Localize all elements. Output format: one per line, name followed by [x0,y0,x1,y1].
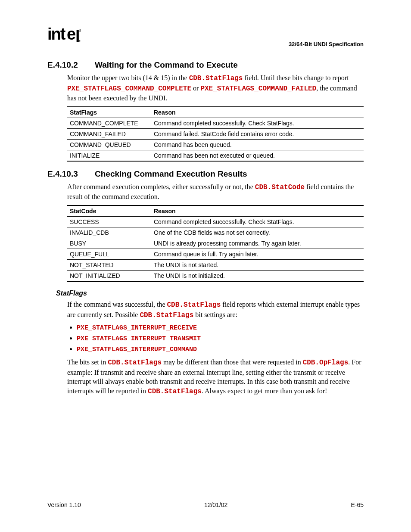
table-row: COMMAND_QUEUEDCommand has been queued. [67,139,364,150]
cell: The UNDI is not initialized. [151,270,364,281]
cell: QUEUE_FULL [67,249,151,259]
table-header: Reason [151,205,364,217]
table-header: StatFlags [67,107,151,118]
text: Monitor the upper two bits (14 & 15) in … [67,74,189,81]
table-header-row: StatCode Reason [67,205,364,217]
table-row: NOT_STARTEDThe UNDI is not started. [67,259,364,270]
text: After command execution completes, eithe… [67,183,255,190]
section-number: E.4.10.2 [47,60,95,70]
bullet-list: PXE_STATFLAGS_INTERRUPT_RECEIVE PXE_STAT… [67,324,364,353]
cell: INVALID_CDB [67,227,151,238]
page-footer: Version 1.10 12/01/02 E-65 [47,501,364,508]
cell: SUCCESS [67,216,151,227]
code-token: CDB.StatCode [255,184,305,191]
svg-text:e: e [67,26,75,43]
code-token: CDB.StatFlags [148,388,202,395]
table-row: SUCCESSCommand completed successfully. C… [67,216,364,227]
cell: NOT_INITIALIZED [67,270,151,281]
statcode-table: StatCode Reason SUCCESSCommand completed… [67,205,364,282]
table-row: INVALID_CDBOne of the CDB fields was not… [67,227,364,238]
cell: NOT_STARTED [67,259,151,270]
text: If the command was successful, the [67,301,167,308]
footer-version: Version 1.10 [47,501,81,508]
section-number: E.4.10.3 [47,169,95,179]
cell: Command completed successfully. Check St… [151,216,364,227]
cell: BUSY [67,238,151,249]
table-header: StatCode [67,205,151,217]
svg-text:®: ® [79,29,81,33]
footer-page: E-65 [351,501,364,508]
cell: One of the CDB fields was not set correc… [151,227,364,238]
table-row: NOT_INITIALIZEDThe UNDI is not initializ… [67,270,364,281]
cell: UNDI is already processing commands. Try… [151,238,364,249]
text: The bits set in [67,358,108,366]
cell: Command completed successfully. Check St… [151,118,364,128]
intel-logo: int e l ® [47,26,81,47]
paragraph: The bits set in CDB.StatFlags may be dif… [67,358,364,396]
cell: COMMAND_QUEUED [67,139,151,150]
svg-point-3 [79,40,81,42]
section-title: Waiting for the Command to Execute [95,60,238,69]
list-item: PXE_STATFLAGS_INTERRUPT_RECEIVE [77,324,364,332]
spec-title: 32/64-Bit UNDI Specification [289,41,364,47]
cell: INITIALIZE [67,150,151,161]
cell: COMMAND_COMPLETE [67,118,151,128]
text: field. Until these bits change to report [243,74,349,81]
list-item: PXE_STATFLAGS_INTERRUPT_COMMAND [77,345,364,353]
code-token: PXE_STATFLAGS_COMMAND_COMPLETE [67,85,191,93]
text: may be different than those that were re… [162,358,303,366]
table-header: Reason [151,107,364,118]
paragraph: Monitor the upper two bits (14 & 15) in … [67,73,364,103]
paragraph: After command execution completes, eithe… [67,182,364,202]
code-token: CDB.StatFlags [189,75,243,82]
list-item: PXE_STATFLAGS_INTERRUPT_TRANSMIT [77,334,364,342]
code-token: CDB.StatFlags [167,301,221,309]
svg-text:int: int [47,26,66,43]
text: or [191,84,200,92]
cell: Command queue is full. Try again later. [151,249,364,259]
cell: COMMAND_FAILED [67,128,151,139]
code-token: CDB.StatFlags [140,311,193,319]
table-row: COMMAND_FAILEDCommand failed. StatCode f… [67,128,364,139]
table-row: INITIALIZECommand has been not executed … [67,150,364,161]
cell: Command has been not executed or queued. [151,150,364,161]
code-token: CDB.OpFlags [303,359,349,367]
text: bit settings are: [193,311,237,318]
cell: Command failed. StatCode field contains … [151,128,364,139]
table-row: BUSYUNDI is already processing commands.… [67,238,364,249]
section-title: Checking Command Execution Results [95,169,247,178]
code-token: CDB.StatFlags [108,359,162,367]
table-row: QUEUE_FULLCommand queue is full. Try aga… [67,249,364,259]
table-row: COMMAND_COMPLETECommand completed succes… [67,118,364,128]
text: . Always expect to get more than you ask… [202,387,327,395]
subsection-heading-statflags: StatFlags [56,289,364,297]
section-heading-e4102: E.4.10.2Waiting for the Command to Execu… [47,60,364,70]
section-heading-e4103: E.4.10.3Checking Command Execution Resul… [47,169,364,179]
page-header: int e l ® 32/64-Bit UNDI Specification [47,26,364,47]
paragraph: If the command was successful, the CDB.S… [67,300,364,320]
code-token: PXE_STATFLAGS_COMMAND_FAILED [200,85,316,93]
table-header-row: StatFlags Reason [67,107,364,118]
footer-date: 12/01/02 [204,501,228,508]
statflags-table: StatFlags Reason COMMAND_COMPLETECommand… [67,106,364,162]
cell: Command has been queued. [151,139,364,150]
cell: The UNDI is not started. [151,259,364,270]
